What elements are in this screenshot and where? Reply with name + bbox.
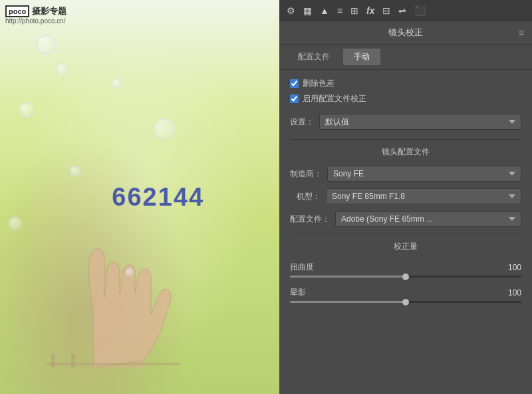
bubble-5 xyxy=(70,166,80,176)
enable-profile-label: 启用配置文件校正 xyxy=(303,93,366,104)
module-icon[interactable]: ⊞ xyxy=(348,4,360,17)
distortion-slider-section: 扭曲度 100 xyxy=(290,262,521,278)
vignette-thumb[interactable] xyxy=(402,299,409,305)
panel-menu-icon[interactable]: ≡ xyxy=(519,27,524,38)
manufacturer-label: 制造商： xyxy=(290,168,322,180)
grid-icon[interactable]: ▦ xyxy=(301,4,314,17)
settings-icon[interactable]: ⚙ xyxy=(285,4,297,17)
content-area: 删除色差 启用配置文件校正 设置： 默认值 自定义 镜头配置文件 制造商： So… xyxy=(279,70,532,394)
bubble-1 xyxy=(37,35,55,54)
correction-heading: 校正量 xyxy=(290,241,521,252)
manufacturer-select[interactable]: Sony FE Canon Nikon xyxy=(327,166,521,182)
bubble-2 xyxy=(56,63,68,75)
bubble-4 xyxy=(154,118,175,140)
right-panel: ⚙ ▦ ▲ ≡ ⊞ fx ⊟ ⇌ ⬛ 镜头校正 ≡ 配置文件 手动 删除色差 启… xyxy=(279,0,532,394)
field-row-manufacturer: 制造商： Sony FE Canon Nikon xyxy=(290,166,521,182)
photo-panel: poco 摄影专题 http://photo.poco.cn/ 662144 xyxy=(0,0,279,394)
vignette-label-row: 晕影 100 xyxy=(290,287,521,298)
model-select[interactable]: Sony FE 85mm F1.8 Sony FE 50mm F1.8 xyxy=(326,188,521,204)
remove-ca-label: 删除色差 xyxy=(303,78,334,89)
field-row-profile: 配置文件： Adobe (Sony FE 65mm ... Custom xyxy=(290,211,521,227)
bubble-8 xyxy=(126,268,134,276)
triangle-icon[interactable]: ▲ xyxy=(318,4,331,17)
divider-1 xyxy=(290,139,521,140)
model-label: 机型： xyxy=(290,191,321,202)
code-watermark: 662144 xyxy=(112,183,204,212)
distortion-label-row: 扭曲度 100 xyxy=(290,262,521,273)
profile-label: 配置文件： xyxy=(290,214,330,225)
swap-icon[interactable]: ⇌ xyxy=(396,4,408,17)
list-icon[interactable]: ≡ xyxy=(335,4,344,17)
vignette-slider-section: 晕影 100 xyxy=(290,287,521,303)
distortion-track xyxy=(290,276,521,278)
field-row-model: 机型： Sony FE 85mm F1.8 Sony FE 50mm F1.8 xyxy=(290,188,521,204)
tab-manual[interactable]: 手动 xyxy=(343,49,380,65)
distortion-value: 100 xyxy=(501,263,521,272)
panel-title: 镜头校正 xyxy=(388,27,423,39)
distortion-thumb[interactable] xyxy=(402,274,409,280)
divider-2 xyxy=(290,234,521,234)
vignette-value: 100 xyxy=(501,288,521,297)
distortion-label: 扭曲度 xyxy=(290,262,314,273)
remove-ca-checkbox[interactable] xyxy=(290,79,299,88)
enable-profile-checkbox[interactable] xyxy=(290,95,299,103)
watermark: poco 摄影专题 http://photo.poco.cn/ xyxy=(5,5,66,25)
bubble-6 xyxy=(9,217,22,230)
settings-label: 设置： xyxy=(290,116,314,128)
export-icon[interactable]: ⬛ xyxy=(412,4,428,17)
hand-illustration xyxy=(40,194,186,367)
watermark-title: 摄影专题 xyxy=(32,5,66,17)
tabs-container: 配置文件 手动 xyxy=(279,45,532,70)
panel-header: 镜头校正 ≡ xyxy=(279,21,532,45)
tab-profile[interactable]: 配置文件 xyxy=(287,49,340,65)
vignette-track xyxy=(290,301,521,303)
watermark-url: http://photo.poco.cn/ xyxy=(5,17,66,25)
checkbox-row-profile: 启用配置文件校正 xyxy=(290,93,521,104)
vignette-fill xyxy=(290,301,406,303)
fx-icon[interactable]: fx xyxy=(364,4,376,17)
checkbox-row-ca: 删除色差 xyxy=(290,78,521,89)
settings-select[interactable]: 默认值 自定义 xyxy=(319,114,521,130)
poco-logo: poco xyxy=(5,5,29,17)
lens-profile-heading: 镜头配置文件 xyxy=(290,146,521,158)
distortion-fill xyxy=(290,276,406,278)
settings-row: 设置： 默认值 自定义 xyxy=(290,114,521,130)
vignette-label: 晕影 xyxy=(290,287,306,298)
profile-select[interactable]: Adobe (Sony FE 65mm ... Custom xyxy=(335,211,521,227)
checkbox-section: 删除色差 启用配置文件校正 xyxy=(290,78,521,104)
crop-icon[interactable]: ⊟ xyxy=(380,4,392,17)
toolbar: ⚙ ▦ ▲ ≡ ⊞ fx ⊟ ⇌ ⬛ xyxy=(279,0,532,21)
